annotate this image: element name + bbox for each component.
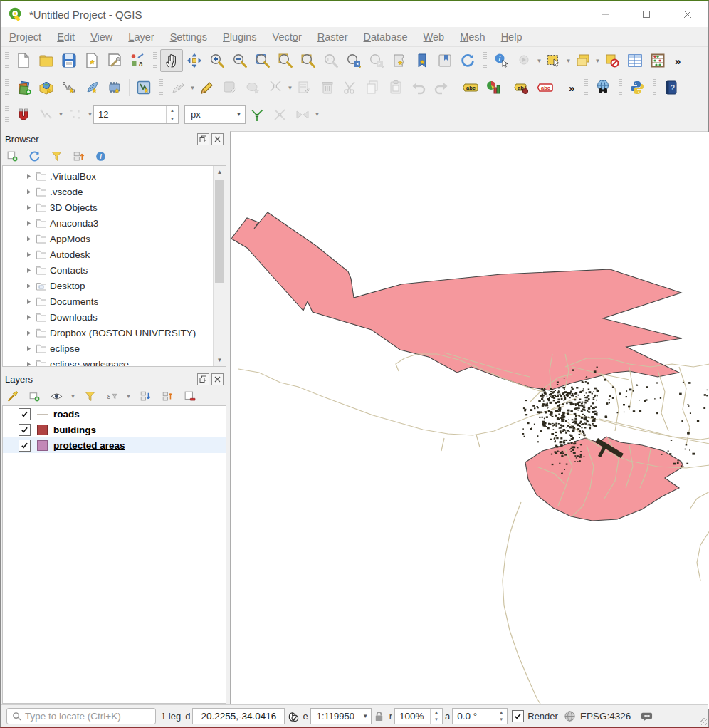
close-button[interactable]	[667, 1, 708, 27]
expand-all-button[interactable]	[137, 388, 154, 405]
snapping-units-combo[interactable]: px▼	[184, 105, 246, 124]
layer-labeling-button[interactable]: abc	[459, 76, 482, 99]
highlight-unplaced-labels-button[interactable]: abc	[534, 76, 557, 99]
layer-row-protected-areas[interactable]: protected areas	[3, 437, 226, 453]
toolbar-grip[interactable]	[584, 79, 588, 96]
refresh-browser-button[interactable]	[26, 147, 43, 165]
toolbar-overflow-button[interactable]: »	[669, 55, 686, 67]
expand-arrow-icon[interactable]	[26, 248, 36, 261]
menu-web[interactable]: Web	[424, 31, 445, 43]
browser-item-anaconda3[interactable]: Anaconda3	[3, 215, 214, 231]
expand-arrow-icon[interactable]	[26, 358, 36, 366]
expand-arrow-icon[interactable]	[26, 217, 36, 229]
expand-arrow-icon[interactable]	[26, 279, 36, 292]
menu-layer[interactable]: Layer	[128, 31, 154, 43]
new-spatial-bookmark-button[interactable]	[388, 49, 411, 72]
expand-arrow-icon[interactable]	[26, 326, 36, 339]
browser-item-appmods[interactable]: AppMods	[3, 231, 214, 246]
layer-visibility-checkbox[interactable]	[19, 424, 31, 436]
enable-snapping-button[interactable]	[12, 103, 35, 126]
scroll-down-icon[interactable]: ▼	[214, 354, 226, 366]
menu-settings[interactable]: Settings	[170, 31, 207, 43]
browser-float-button[interactable]	[197, 133, 209, 145]
toolbar-grip[interactable]	[653, 79, 656, 96]
pan-map-button[interactable]	[160, 49, 183, 72]
menu-view[interactable]: View	[90, 31, 112, 43]
browser-item-3d-objects[interactable]: 3D Objects	[3, 199, 214, 215]
scale-combo[interactable]: 1:119950▼	[310, 708, 372, 724]
help-contents-button[interactable]: ?	[660, 76, 683, 99]
expand-arrow-icon[interactable]	[26, 264, 36, 276]
scroll-up-icon[interactable]: ▲	[214, 166, 226, 178]
show-bookmarks-button[interactable]	[411, 49, 434, 72]
snapping-mode-dropdown[interactable]: ▼	[58, 104, 64, 125]
expand-arrow-icon[interactable]	[26, 201, 36, 214]
refresh-map-button[interactable]	[456, 49, 479, 72]
layer-visibility-checkbox[interactable]	[19, 440, 31, 452]
data-source-manager-button[interactable]	[12, 76, 35, 99]
manage-map-themes-button[interactable]	[48, 388, 65, 405]
expand-arrow-icon[interactable]	[26, 170, 36, 182]
filter-legend-button[interactable]	[81, 388, 98, 405]
browser-item-contacts[interactable]: Contacts	[3, 262, 214, 278]
layer-diagram-button[interactable]	[482, 76, 505, 99]
browser-item-dropbox-boston-university-[interactable]: Dropbox (BOSTON UNIVERSITY)	[3, 325, 214, 340]
topological-editing-button[interactable]	[246, 103, 268, 126]
pan-to-selection-button[interactable]	[183, 49, 206, 72]
magnifier-spin[interactable]: 100% ▲▼	[394, 708, 443, 724]
browser-close-button[interactable]	[211, 133, 224, 145]
open-project-button[interactable]	[35, 49, 58, 72]
browser-scrollbar[interactable]: ▲ ▼	[213, 166, 226, 366]
collapse-all-layers-button[interactable]	[159, 388, 176, 405]
layout-manager-button[interactable]	[103, 49, 126, 72]
layer-visibility-checkbox[interactable]	[19, 408, 31, 420]
maximize-button[interactable]	[626, 1, 667, 27]
bookmark-manager-button[interactable]	[434, 49, 456, 72]
select-by-value-button[interactable]	[572, 49, 594, 72]
filter-by-expression-button[interactable]: ε	[103, 388, 120, 405]
messages-icon[interactable]	[639, 710, 654, 722]
minimize-button[interactable]	[584, 1, 626, 27]
select-features-button[interactable]	[542, 49, 565, 72]
filter-by-expression-dropdown[interactable]: ▼	[125, 385, 132, 407]
menu-plugins[interactable]: Plugins	[223, 31, 257, 43]
filter-browser-button[interactable]	[48, 147, 65, 165]
menu-help[interactable]: Help	[501, 31, 522, 43]
toolbar-grip[interactable]	[153, 52, 157, 69]
new-gpkg-vector-button[interactable]	[132, 76, 155, 99]
open-attribute-table-button[interactable]	[624, 49, 646, 72]
new-shapefile-layer-button[interactable]	[58, 76, 80, 99]
metasearch-button[interactable]	[592, 76, 614, 99]
zoom-last-button[interactable]	[342, 49, 365, 72]
menu-mesh[interactable]: Mesh	[460, 31, 485, 43]
new-spatialite-layer-button[interactable]	[80, 76, 103, 99]
run-feature-action-dropdown[interactable]: ▼	[536, 50, 542, 71]
select-by-value-dropdown[interactable]: ▼	[594, 50, 601, 71]
layer-row-roads[interactable]: roads	[3, 406, 226, 422]
browser-item--virtualbox[interactable]: .VirtualBox	[3, 168, 214, 184]
zoom-full-button[interactable]	[251, 49, 274, 72]
coordinate-input[interactable]: 20.2255,-34.0416	[192, 708, 285, 724]
render-checkbox[interactable]: Render	[512, 710, 558, 722]
menu-project[interactable]: Project	[9, 31, 41, 43]
browser-item-downloads[interactable]: Downloads	[3, 309, 214, 325]
expand-arrow-icon[interactable]	[26, 311, 36, 323]
toggle-editing-button[interactable]	[196, 76, 219, 99]
layer-properties-button[interactable]: i	[92, 147, 109, 165]
open-layer-styling-button[interactable]	[4, 388, 21, 405]
toggle-extents-icon[interactable]	[285, 710, 300, 722]
zoom-out-button[interactable]	[229, 49, 251, 72]
add-group-button[interactable]	[26, 388, 43, 405]
toolbar-grip[interactable]	[159, 79, 163, 96]
new-geopackage-layer-button[interactable]	[35, 76, 58, 99]
browser-item-eclipse[interactable]: eclipse	[3, 340, 214, 356]
pin-labels-button[interactable]: ab	[511, 76, 534, 99]
expand-arrow-icon[interactable]	[26, 232, 36, 245]
remove-layer-button[interactable]	[181, 388, 198, 405]
save-project-button[interactable]	[58, 49, 80, 72]
snapping-tolerance-spin[interactable]: 12▲▼	[93, 105, 179, 124]
expand-arrow-icon[interactable]	[26, 295, 36, 308]
toolbar-grip[interactable]	[5, 79, 9, 96]
expand-arrow-icon[interactable]	[26, 342, 36, 355]
menu-raster[interactable]: Raster	[317, 31, 348, 43]
